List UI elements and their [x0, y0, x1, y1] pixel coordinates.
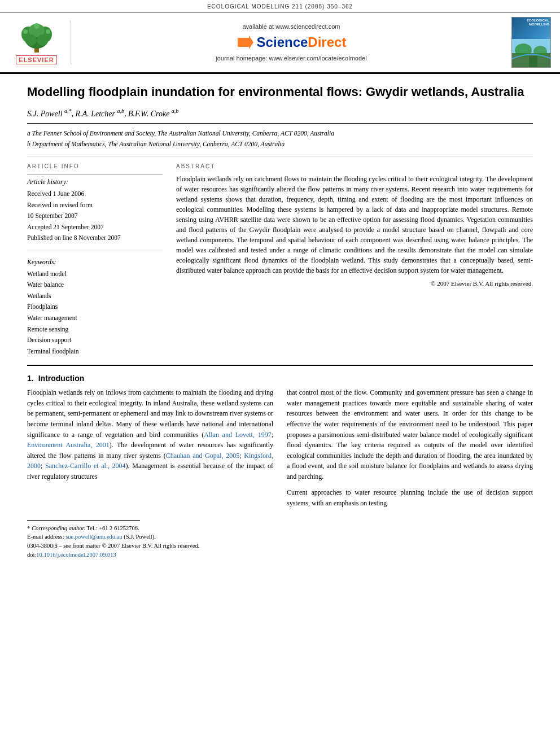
journal-cover: ECOLOGICAL MODELLING	[511, 17, 551, 68]
svg-rect-15	[529, 56, 537, 67]
article-title: Modelling floodplain inundation for envi…	[27, 84, 533, 101]
top-banner: ELSEVIER available at www.sciencedirect.…	[0, 12, 560, 74]
intro-text-col2: that control most of the flow. Community…	[287, 387, 533, 482]
keywords-section: Keywords: Wetland modelWater balanceWetl…	[27, 258, 163, 357]
section-title: Introduction	[38, 374, 85, 383]
email-label: E-mail address:	[27, 534, 65, 540]
section-number: 1.	[27, 374, 34, 383]
info-abstract-section: ARTICLE INFO Article history: Received 1…	[27, 163, 533, 357]
revised-label: Received in revised form	[27, 200, 163, 211]
copyright-line: © 2007 Elsevier B.V. All rights reserved…	[176, 280, 533, 287]
keyword-item: Water balance	[27, 279, 163, 291]
svg-point-7	[23, 29, 28, 34]
intro-col-1: Floodplain wetlands rely on inflows from…	[27, 387, 273, 509]
intro-text-col2-para2: Current approaches to water resource pla…	[287, 487, 533, 508]
elsevier-label: ELSEVIER	[16, 55, 56, 64]
keyword-item: Wetland model	[27, 269, 163, 280]
introduction-heading: 1.Introduction	[27, 374, 533, 383]
svg-point-8	[46, 29, 50, 34]
svg-point-9	[34, 23, 40, 29]
page: ECOLOGICAL MODELLING 211 (2008) 350–362 …	[0, 0, 560, 747]
ref-chauhan[interactable]: Chauhan and Gopal, 2005	[166, 452, 240, 460]
doi-link[interactable]: 10.1016/j.ecolmodel.2007.09.013	[36, 552, 116, 558]
corresponding-author-label: * Corresponding author. Tel.:	[27, 525, 99, 531]
received-date: Received 1 June 2006	[27, 189, 163, 200]
main-divider	[27, 365, 533, 366]
footnote-divider	[27, 520, 140, 521]
journal-cover-image: ECOLOGICAL MODELLING	[511, 17, 551, 68]
email-suffix: (S.J. Powell).	[123, 534, 156, 540]
article-history-label: Article history:	[27, 178, 163, 186]
corresponding-author-tel: +61 2 61252706.	[99, 525, 139, 531]
elsevier-tree-icon	[14, 20, 59, 54]
article-info-divider	[27, 174, 163, 174]
section-divider-1	[27, 156, 533, 156]
footnotes-section: * Corresponding author. Tel.: +61 2 6125…	[27, 520, 533, 560]
keyword-item: Wetlands	[27, 291, 163, 302]
journal-cover-art	[512, 39, 550, 67]
author-powell: S.J. Powell a,*, R.A. Letcher a,b, B.F.W…	[27, 110, 178, 118]
keywords-list: Wetland modelWater balanceWetlandsFloodp…	[27, 269, 163, 357]
journal-homepage: journal homepage: www.elsevier.com/locat…	[216, 55, 366, 62]
affil-divider	[27, 123, 533, 124]
ref-allan[interactable]: Allan and Lovett, 1997	[204, 431, 271, 439]
footnote-email: E-mail address: sue.powell@anu.edu.au (S…	[27, 532, 533, 541]
article-body: Modelling floodplain inundation for envi…	[0, 74, 560, 571]
accepted-date: Accepted 21 September 2007	[27, 222, 163, 233]
keyword-item: Terminal floodplain	[27, 346, 163, 357]
abstract-col: ABSTRACT Floodplain wetlands rely on cat…	[176, 163, 533, 357]
sciencedirect-logo: ScienceDirect	[237, 33, 347, 51]
ref-sanchez[interactable]: Sanchez-Carrillo et al., 2004	[45, 462, 126, 470]
introduction-section: 1.Introduction Floodplain wetlands rely …	[27, 374, 533, 509]
keywords-divider	[27, 251, 163, 251]
sciencedirect-icon	[237, 33, 255, 51]
abstract-header: ABSTRACT	[176, 163, 533, 169]
keywords-label: Keywords:	[27, 258, 163, 267]
svg-point-6	[37, 34, 48, 46]
available-text: available at www.sciencedirect.com	[242, 23, 340, 30]
revised-date: 10 September 2007	[27, 211, 163, 222]
article-history-items: Received 1 June 2006 Received in revised…	[27, 189, 163, 244]
svg-marker-10	[238, 36, 253, 49]
published-date: Published on line 8 November 2007	[27, 233, 163, 244]
affil-b: b Department of Mathematics, The Austral…	[27, 139, 533, 149]
footnote-issn: 0304-3800/$ – see front matter © 2007 El…	[27, 541, 533, 551]
journal-header: ECOLOGICAL MODELLING 211 (2008) 350–362	[0, 0, 560, 12]
ref-envaust[interactable]: Environment Australia, 2001	[27, 441, 110, 449]
keyword-item: Decision support	[27, 335, 163, 346]
footnote-corresponding: * Corresponding author. Tel.: +61 2 6125…	[27, 524, 533, 533]
cover-art-svg	[512, 39, 551, 67]
sd-logo-text: ScienceDirect	[257, 34, 347, 50]
keyword-item: Remote sensing	[27, 324, 163, 335]
journal-header-text: ECOLOGICAL MODELLING 211 (2008) 350–362	[207, 3, 353, 10]
svg-point-5	[25, 34, 37, 46]
article-info-header: ARTICLE INFO	[27, 163, 163, 169]
keyword-item: Floodplains	[27, 302, 163, 313]
article-info-col: ARTICLE INFO Article history: Received 1…	[27, 163, 163, 357]
affil-a: a The Fenner School of Environment and S…	[27, 128, 533, 138]
journal-cover-title: ECOLOGICAL MODELLING	[513, 19, 549, 27]
footnote-doi: doi:10.1016/j.ecolmodel.2007.09.013	[27, 551, 533, 560]
banner-center: available at www.sciencedirect.com Scien…	[78, 23, 505, 62]
authors-line: S.J. Powell a,*, R.A. Letcher a,b, B.F.W…	[27, 108, 533, 119]
abstract-text: Floodplain wetlands rely on catchment fl…	[176, 174, 533, 276]
elsevier-logo: ELSEVIER	[9, 20, 71, 64]
affiliations: a The Fenner School of Environment and S…	[27, 128, 533, 149]
intro-col-2: that control most of the flow. Community…	[287, 387, 533, 509]
cover-title-text: ECOLOGICAL MODELLING	[513, 19, 549, 27]
email-link[interactable]: sue.powell@anu.edu.au	[65, 534, 122, 540]
introduction-body: Floodplain wetlands rely on inflows from…	[27, 387, 533, 509]
keyword-item: Water management	[27, 313, 163, 324]
intro-text-col1: Floodplain wetlands rely on inflows from…	[27, 387, 273, 482]
